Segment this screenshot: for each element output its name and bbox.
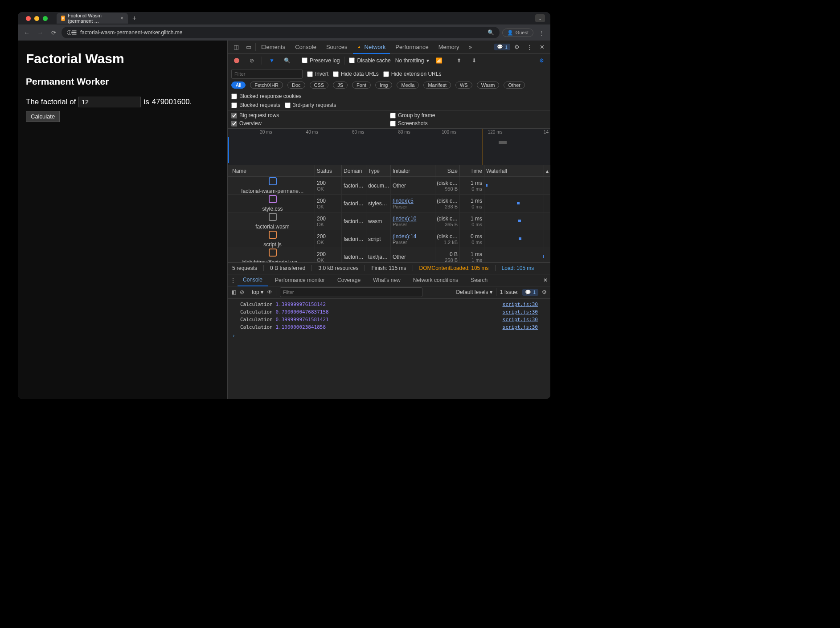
tabs-dropdown-icon[interactable]: ⌄: [535, 14, 545, 22]
more-tabs-icon[interactable]: »: [465, 41, 476, 53]
console-prompt[interactable]: ›: [228, 331, 550, 340]
menu-icon[interactable]: ⋮: [536, 27, 547, 38]
drawer-tab-console[interactable]: Console: [238, 274, 268, 286]
console-settings-icon[interactable]: ⚙: [542, 289, 547, 295]
clear-icon[interactable]: ⊘: [246, 57, 257, 64]
type-pill-other[interactable]: Other: [504, 82, 525, 89]
console-filter-input[interactable]: [280, 287, 422, 297]
col-waterfall[interactable]: Waterfall: [484, 165, 544, 176]
zoom-icon[interactable]: 🔍: [488, 29, 494, 36]
table-row[interactable]: factorial.wasm200OKfactori…wasm(index):1…: [228, 212, 550, 230]
minimize-window[interactable]: [34, 16, 39, 21]
col-status[interactable]: Status: [315, 165, 342, 176]
throttle-select[interactable]: No throttling ▾: [395, 57, 430, 64]
drawer-tab-search[interactable]: Search: [465, 274, 493, 286]
omnibox[interactable]: ⓘ☰ factorial-wasm-permanent-worker.glitc…: [61, 27, 500, 38]
reload-icon[interactable]: ⟳: [48, 27, 59, 38]
levels-select[interactable]: Default levels ▾: [456, 289, 492, 295]
network-filter-input[interactable]: [231, 69, 303, 79]
col-domain[interactable]: Domain: [342, 165, 366, 176]
profile-chip[interactable]: 👤 Guest: [502, 29, 533, 37]
kebab-icon[interactable]: ⋮: [524, 41, 535, 53]
group-frame-check[interactable]: Group by frame: [390, 112, 547, 118]
factorial-input[interactable]: [78, 97, 141, 107]
device-icon[interactable]: ▭: [243, 41, 254, 53]
type-pill-font[interactable]: Font: [352, 82, 371, 89]
type-pill-fetchxhr[interactable]: Fetch/XHR: [250, 82, 283, 89]
blocked-requests-check[interactable]: Blocked requests: [231, 102, 280, 108]
console-source-link[interactable]: script.js:30: [503, 317, 538, 322]
network-settings-icon[interactable]: ⚙: [536, 57, 547, 64]
network-conditions-icon[interactable]: 📶: [434, 57, 444, 64]
table-row[interactable]: factorial-wasm-permane…200OKfactori…docu…: [228, 177, 550, 195]
col-time[interactable]: Time: [460, 165, 484, 176]
hide-extension-urls-check[interactable]: Hide extension URLs: [383, 71, 442, 77]
browser-tab[interactable]: F Factorial Wasm (permanent … ×: [57, 13, 128, 24]
forward-icon[interactable]: →: [35, 27, 45, 38]
drawer-tab-coverage[interactable]: Coverage: [332, 274, 366, 286]
close-window[interactable]: [26, 16, 31, 21]
close-tab-icon[interactable]: ×: [120, 15, 123, 21]
disable-cache-check[interactable]: Disable cache: [349, 57, 390, 64]
record-icon[interactable]: [231, 58, 242, 63]
console-issue-badge[interactable]: 💬 1: [522, 289, 538, 296]
type-pill-img[interactable]: Img: [375, 82, 392, 89]
tab-network[interactable]: Network: [353, 41, 390, 54]
type-pill-wasm[interactable]: Wasm: [477, 82, 500, 89]
drawer-tab-perfmon[interactable]: Performance monitor: [270, 274, 330, 286]
big-rows-check[interactable]: Big request rows: [231, 112, 388, 118]
filter-icon[interactable]: ▼: [266, 57, 277, 64]
col-initiator[interactable]: Initiator: [391, 165, 435, 176]
table-row[interactable]: blob:https://factorial-wa…200OKfactori…t…: [228, 248, 550, 262]
tab-sources[interactable]: Sources: [322, 41, 352, 54]
live-expression-icon[interactable]: 👁: [267, 289, 272, 295]
drawer-menu-icon[interactable]: ⋮: [230, 277, 236, 283]
col-type[interactable]: Type: [366, 165, 391, 176]
col-size[interactable]: Size: [435, 165, 460, 176]
screenshots-check[interactable]: Screenshots: [390, 120, 547, 126]
hide-data-urls-check[interactable]: Hide data URLs: [333, 71, 379, 77]
inspect-icon[interactable]: ◫: [230, 41, 242, 53]
maximize-window[interactable]: [43, 16, 48, 21]
sidebar-toggle-icon[interactable]: ◧: [231, 289, 236, 295]
console-source-link[interactable]: script.js:30: [503, 302, 538, 307]
type-pill-manifest[interactable]: Manifest: [423, 82, 451, 89]
calculate-button[interactable]: Calculate: [26, 111, 60, 122]
drawer-tab-netcond[interactable]: Network conditions: [408, 274, 463, 286]
drawer-tab-whatsnew[interactable]: What's new: [368, 274, 406, 286]
table-row[interactable]: script.js200OKfactori…script(index):14Pa…: [228, 230, 550, 248]
settings-icon[interactable]: ⚙: [511, 41, 523, 53]
table-row[interactable]: style.css200OKfactori…styles…(index):5Pa…: [228, 195, 550, 212]
type-pill-media[interactable]: Media: [397, 82, 419, 89]
close-drawer-icon[interactable]: ✕: [543, 277, 548, 283]
tab-memory[interactable]: Memory: [434, 41, 464, 54]
col-name[interactable]: Name: [230, 165, 315, 176]
clear-console-icon[interactable]: ⊘: [240, 289, 244, 295]
download-har-icon[interactable]: ⬇: [469, 57, 479, 64]
overview-check[interactable]: Overview: [231, 120, 388, 126]
col-sort-icon[interactable]: ▴: [544, 165, 550, 176]
invert-check[interactable]: Invert: [307, 71, 328, 77]
issues-badge[interactable]: 💬 1: [494, 44, 510, 50]
upload-har-icon[interactable]: ⬆: [454, 57, 464, 64]
search-network-icon[interactable]: 🔍: [282, 57, 292, 64]
preserve-log-check[interactable]: Preserve log: [302, 57, 340, 64]
blocked-cookies-check[interactable]: Blocked response cookies: [231, 93, 301, 99]
site-info-icon[interactable]: ⓘ☰: [67, 29, 77, 36]
tab-performance[interactable]: Performance: [391, 41, 433, 54]
type-pill-js[interactable]: JS: [333, 82, 348, 89]
new-tab-button[interactable]: +: [128, 14, 141, 22]
type-pill-css[interactable]: CSS: [310, 82, 329, 89]
console-source-link[interactable]: script.js:30: [503, 324, 538, 330]
type-pill-all[interactable]: All: [231, 82, 246, 89]
network-overview[interactable]: 20 ms40 ms60 ms80 ms100 ms120 ms14: [228, 129, 550, 165]
console-source-link[interactable]: script.js:30: [503, 309, 538, 315]
third-party-check[interactable]: 3rd-party requests: [285, 102, 336, 108]
back-icon[interactable]: ←: [21, 27, 32, 38]
tab-elements[interactable]: Elements: [257, 41, 290, 54]
context-select[interactable]: top ▾: [252, 289, 263, 295]
type-pill-ws[interactable]: WS: [455, 82, 472, 89]
close-devtools-icon[interactable]: ✕: [536, 41, 548, 53]
type-pill-doc[interactable]: Doc: [287, 82, 305, 89]
tab-console[interactable]: Console: [291, 41, 321, 54]
